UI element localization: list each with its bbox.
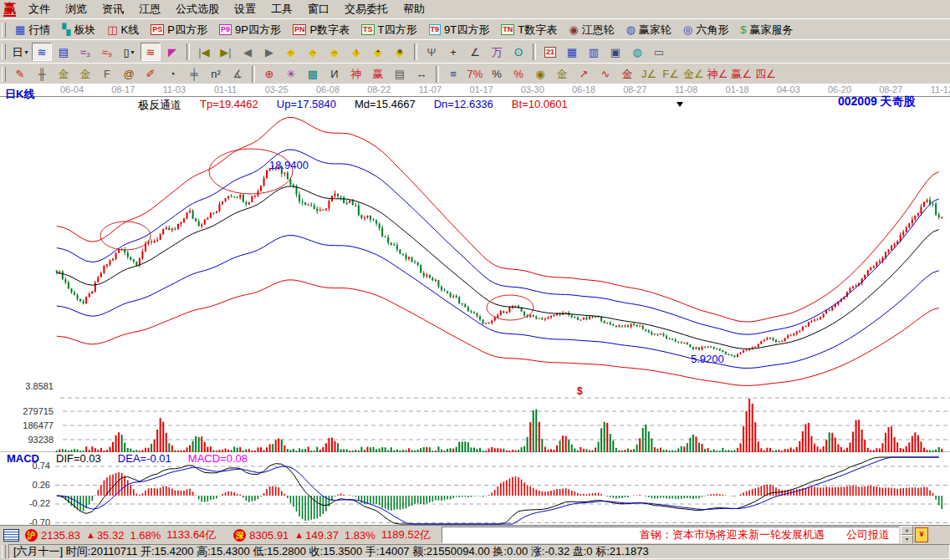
menu-资讯[interactable]: 资讯: [94, 0, 131, 18]
menu-设置[interactable]: 设置: [227, 0, 263, 18]
web-update-button[interactable]: ◍: [627, 43, 647, 61]
winner-wheel-button[interactable]: ◍赢家轮: [621, 21, 677, 39]
wave3-button[interactable]: ≈₃: [75, 43, 95, 61]
gold-grid2-tool[interactable]: 金: [75, 65, 95, 84]
quotes-button[interactable]: ▦行情: [10, 21, 55, 39]
chart-area[interactable]: 06-0408-1711-0301-1103-2506-0808-2211-07…: [0, 84, 950, 525]
diamond-expand-button[interactable]: ◆⊕: [390, 43, 410, 61]
f-grid-tool[interactable]: F: [97, 65, 117, 84]
gann-brain-button[interactable]: ʘ: [508, 43, 529, 61]
time-circle-tool[interactable]: ◔: [162, 65, 182, 84]
shen-tool[interactable]: 神: [346, 65, 366, 84]
menu-文件[interactable]: 文件: [21, 0, 58, 18]
gold-line-tool[interactable]: 金: [552, 65, 572, 84]
sectors-button[interactable]: ▚板块: [57, 21, 100, 39]
extreme-wave-button[interactable]: ≋: [140, 43, 161, 61]
p-square-button[interactable]: PSP四方形: [146, 21, 212, 39]
period-day-button-dropdown-icon[interactable]: ▾: [24, 48, 28, 56]
skip-end-button[interactable]: ▶|: [216, 43, 236, 61]
menu-浏览[interactable]: 浏览: [58, 0, 94, 18]
gann-grid-tool[interactable]: ╫: [32, 65, 52, 84]
news-scroll-up-button[interactable]: ▴: [901, 526, 913, 535]
diamond-left-button[interactable]: ◆←: [281, 43, 301, 61]
f-angle-tool[interactable]: F∠: [661, 65, 681, 84]
gold-grid-tool[interactable]: 金: [54, 65, 74, 84]
ying-tool[interactable]: 赢: [368, 65, 388, 84]
menu-帮助[interactable]: 帮助: [396, 0, 432, 18]
percent-tool[interactable]: %: [487, 65, 507, 84]
trend-pen-tool[interactable]: ↗: [574, 65, 594, 84]
chip-flag-button[interactable]: ◤: [162, 43, 182, 61]
t9-square-button[interactable]: T99T四方形: [424, 21, 495, 39]
si-angle-tool[interactable]: 四∠: [754, 65, 777, 84]
pan-hand-button-icon: Ψ: [427, 47, 437, 58]
quote-grid-icon[interactable]: [3, 529, 19, 542]
hexagon-button[interactable]: ◎六角形: [678, 21, 733, 39]
angle-measure-button[interactable]: ∠°: [465, 43, 485, 61]
sz-market-icon[interactable]: 深: [233, 529, 246, 542]
period-label[interactable]: 日K线: [5, 87, 34, 102]
p9-square-button[interactable]: P99P四方形: [214, 21, 286, 39]
web-grid-tool[interactable]: ▩: [303, 65, 323, 84]
indicator-name[interactable]: 极反通道: [138, 98, 181, 113]
fan-tool[interactable]: ∡: [227, 65, 248, 84]
k-mark-tool[interactable]: И: [324, 65, 345, 84]
wave9-button[interactable]: ≈₉: [97, 43, 117, 61]
period-day-button[interactable]: 日▾: [10, 43, 30, 61]
report-button[interactable]: ▤: [54, 43, 74, 61]
diamond-right-button[interactable]: ◆→: [303, 43, 323, 61]
menu-交易委托[interactable]: 交易委托: [337, 0, 396, 18]
gold-angle-tool[interactable]: 金∠: [682, 65, 705, 84]
calendar-button[interactable]: 21: [540, 43, 560, 61]
news-ticker-text[interactable]: 首钢：资本市场将迎来新一轮发展机遇: [640, 527, 825, 542]
print-button[interactable]: ▭: [649, 43, 669, 61]
gold-circle-tool[interactable]: ◉: [530, 65, 550, 84]
menu-江恩[interactable]: 江恩: [131, 0, 168, 18]
web-tool[interactable]: ✳: [281, 65, 301, 84]
menu-公式选股[interactable]: 公式选股: [168, 0, 227, 18]
wan-tool-button[interactable]: 万: [487, 43, 507, 61]
news-category[interactable]: 公司报道: [846, 527, 890, 542]
spiral-tool[interactable]: @: [119, 65, 139, 84]
candle-style-button-dropdown-icon[interactable]: ▾: [131, 48, 135, 56]
scale-tool[interactable]: ≡: [443, 65, 463, 84]
pct-strike-tool[interactable]: 7%: [465, 65, 485, 84]
step-forward-button[interactable]: ▶: [259, 43, 279, 61]
gann-wheel-button[interactable]: ◉江恩轮: [564, 21, 619, 39]
menu-工具[interactable]: 工具: [263, 0, 300, 18]
diamond-v-button[interactable]: ◆↕: [346, 43, 366, 61]
shen-angle-tool[interactable]: 神∠: [707, 65, 729, 84]
calculator-button[interactable]: ▦: [562, 43, 582, 61]
sh-market-icon[interactable]: 沪: [25, 529, 38, 542]
p-number-button[interactable]: PNP数字表: [288, 21, 355, 39]
hash-tool[interactable]: ╪: [184, 65, 204, 84]
skip-start-button[interactable]: |◀: [194, 43, 214, 61]
diamond-compress-button[interactable]: ◆+: [368, 43, 388, 61]
save-button[interactable]: ▣: [605, 43, 626, 61]
brush-tool[interactable]: ✎: [10, 65, 30, 84]
n2-tool[interactable]: n²: [206, 65, 226, 84]
menu-窗口[interactable]: 窗口: [300, 0, 337, 18]
news-ticker-box[interactable]: 首钢：资本市场将迎来新一轮发展机遇 公司报道: [442, 527, 899, 543]
t-number-button[interactable]: TNT数字表: [496, 21, 562, 39]
winner-service-button[interactable]: $赢家服务: [735, 21, 798, 39]
notebook-button[interactable]: ▥: [584, 43, 604, 61]
brush-ruler-tool[interactable]: ✐: [140, 65, 161, 84]
kline-button[interactable]: ◫K线: [102, 21, 144, 39]
t-square-button[interactable]: TST四方形: [356, 21, 421, 39]
diamond-h-button[interactable]: ◆↔: [324, 43, 345, 61]
wave-band-tool[interactable]: ∿: [595, 65, 615, 84]
circle-cross-tool[interactable]: ⊕: [259, 65, 279, 84]
step-back-button[interactable]: ◀: [238, 43, 258, 61]
channel-wave-button[interactable]: ≋: [32, 43, 52, 61]
candle-style-button[interactable]: ▯▾: [119, 43, 139, 61]
price-grid-tool[interactable]: ▤: [390, 65, 410, 84]
stock-mini-icon[interactable]: ¥: [915, 527, 928, 542]
gold-band-tool[interactable]: 金: [617, 65, 637, 84]
j-angle-tool[interactable]: J∠: [639, 65, 659, 84]
span-arrow-tool[interactable]: ↔: [411, 65, 432, 84]
ying-angle-tool[interactable]: 赢∠: [730, 65, 753, 84]
pan-hand-button[interactable]: Ψ: [421, 43, 442, 61]
pct-line-tool[interactable]: %: [508, 65, 529, 84]
crosshair-button[interactable]: +: [443, 43, 463, 61]
